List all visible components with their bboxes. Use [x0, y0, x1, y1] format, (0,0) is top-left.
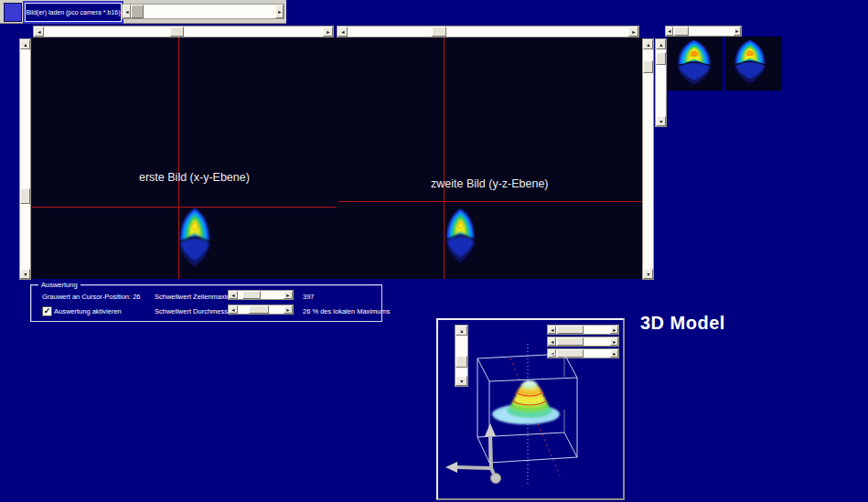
scroll-down-button[interactable]: ▼	[20, 269, 30, 279]
arrow-right-icon: ►	[631, 29, 636, 34]
scroll-left-button[interactable]: ◄	[229, 291, 238, 299]
scroll-right-button[interactable]: ►	[284, 291, 293, 299]
group-title: Auswertung	[38, 281, 80, 289]
arrow-down-icon: ▼	[23, 272, 27, 276]
arrow-right-icon: ►	[285, 293, 290, 297]
arrow-down-icon: ▼	[646, 272, 650, 276]
blue-square-button[interactable]	[4, 3, 22, 22]
beam-profile-xy	[177, 203, 213, 271]
scroll-left-button[interactable]: ◄	[123, 5, 131, 18]
beam-thumbnail-2	[728, 37, 772, 88]
scroll-up-button[interactable]: ▲	[656, 39, 666, 49]
checkmark-icon: ✓	[44, 307, 51, 315]
scrollbar-thumb[interactable]	[674, 27, 689, 36]
arrow-left-icon: ◄	[37, 29, 41, 34]
beam-thumbnail-1	[670, 37, 718, 90]
thumbnail-image-1[interactable]	[668, 37, 723, 91]
scrollbar-thumb[interactable]	[643, 60, 653, 73]
scrollbar-thumb[interactable]	[656, 52, 666, 65]
panel1-h-scrollbar[interactable]: ◄ ►	[33, 26, 334, 37]
load-images-label: Bild(er) laden (pco camera *.b16)	[26, 9, 120, 16]
durchmesser-scrollbar[interactable]: ◄ ►	[228, 304, 294, 315]
scroll-right-button[interactable]: ►	[734, 27, 741, 36]
panel1-v-scrollbar[interactable]: ▲ ▼	[19, 38, 31, 280]
scroll-down-button[interactable]: ▼	[643, 269, 653, 279]
arrow-up-icon: ▲	[23, 42, 27, 47]
scrollbar-track[interactable]	[238, 305, 284, 314]
scrollbar-track[interactable]	[238, 291, 284, 299]
scroll-right-button[interactable]: ►	[284, 305, 293, 314]
scroll-up-button[interactable]: ▲	[643, 39, 653, 49]
durchmesser-label: Schwellwert Durchmesser	[155, 307, 234, 315]
scrollbar-track[interactable]	[656, 49, 666, 116]
durchmesser-value: 26 % des lokalen Maximums	[303, 307, 390, 315]
zeilenmaxima-scrollbar[interactable]: ◄ ►	[228, 290, 294, 300]
toolbar-scrollbar[interactable]: ◄ ►	[122, 4, 284, 19]
zeilenmaxima-value: 397	[303, 293, 315, 301]
panel2-v-scrollbar[interactable]: ▲ ▼	[642, 38, 654, 280]
scrollbar-track[interactable]	[348, 27, 628, 37]
scroll-left-button[interactable]: ◄	[34, 27, 44, 37]
scrollbar-track[interactable]	[131, 5, 275, 18]
model3d-title: 3D Model	[640, 313, 725, 334]
crosshair-horizontal-2[interactable]	[338, 201, 642, 202]
scrollbar-thumb[interactable]	[242, 291, 261, 299]
scroll-up-button[interactable]: ▲	[20, 39, 30, 49]
image-canvas[interactable]: erste Bild (x-y-Ebene) zweite Bild (y-z-…	[32, 37, 642, 279]
scroll-right-button[interactable]: ►	[323, 27, 333, 37]
arrow-left-icon: ◄	[230, 293, 235, 297]
scroll-down-button[interactable]: ▼	[656, 116, 666, 126]
thumbnails-h-scrollbar[interactable]: ◄ ►	[665, 26, 742, 37]
toolbar: Bild(er) laden (pco camera *.b16) ◄ ►	[0, 0, 286, 24]
auswertung-group: Auswertung Grauwert an Cursor-Position: …	[30, 284, 382, 322]
auswertung-checkbox[interactable]: ✓	[42, 306, 52, 316]
arrow-up-icon: ▲	[646, 42, 650, 47]
first-image-label: erste Bild (x-y-Ebene)	[139, 171, 250, 184]
application-window: Bild(er) laden (pco camera *.b16) ◄ ► ◄ …	[0, 0, 868, 502]
scroll-left-button[interactable]: ◄	[229, 305, 238, 314]
scrollbar-thumb[interactable]	[131, 5, 144, 18]
scrollbar-thumb[interactable]	[249, 305, 269, 314]
zeilenmaxima-label: Schwellwert Zeilenmaxima	[155, 293, 236, 301]
grauwert-text: Grauwert an Cursor-Position: 26	[42, 293, 141, 301]
scroll-left-button[interactable]: ◄	[338, 27, 348, 37]
scrollbar-track[interactable]	[20, 49, 30, 269]
thumbnail-image-2[interactable]	[725, 37, 782, 91]
scrollbar-track[interactable]	[643, 49, 653, 269]
scrollbar-track[interactable]	[44, 27, 323, 37]
scroll-left-button[interactable]: ◄	[666, 27, 673, 36]
scroll-right-button[interactable]: ►	[628, 27, 638, 37]
thumbnails-v-scrollbar[interactable]: ▲ ▼	[655, 38, 667, 127]
aktivieren-label: Auswertung aktivieren	[54, 307, 122, 315]
arrow-right-icon: ►	[326, 29, 330, 34]
arrow-right-icon: ►	[277, 9, 282, 14]
arrow-left-icon: ◄	[667, 28, 671, 33]
scroll-right-button[interactable]: ►	[275, 5, 284, 18]
scrollbar-track[interactable]	[673, 27, 734, 36]
arrow-left-icon: ◄	[230, 307, 235, 312]
arrow-up-icon: ▲	[659, 42, 663, 47]
arrow-right-icon: ►	[285, 307, 290, 312]
model3d-scene	[438, 320, 623, 498]
beam-profile-yz	[444, 204, 477, 266]
arrow-left-icon: ◄	[124, 9, 129, 14]
scrollbar-thumb[interactable]	[20, 188, 30, 204]
arrow-down-icon: ▼	[659, 119, 663, 123]
model3d-panel[interactable]: ▲ ▼ ◄ ► ◄ ► ◄ ►	[436, 318, 625, 500]
load-images-dropdown[interactable]: Bild(er) laden (pco camera *.b16)	[25, 3, 122, 22]
panel2-h-scrollbar[interactable]: ◄ ►	[337, 26, 639, 37]
arrow-right-icon: ►	[734, 28, 739, 33]
scrollbar-thumb[interactable]	[432, 27, 446, 37]
second-image-label: zweite Bild (y-z-Ebene)	[431, 177, 549, 190]
arrow-left-icon: ◄	[340, 29, 345, 34]
scrollbar-thumb[interactable]	[170, 27, 184, 37]
